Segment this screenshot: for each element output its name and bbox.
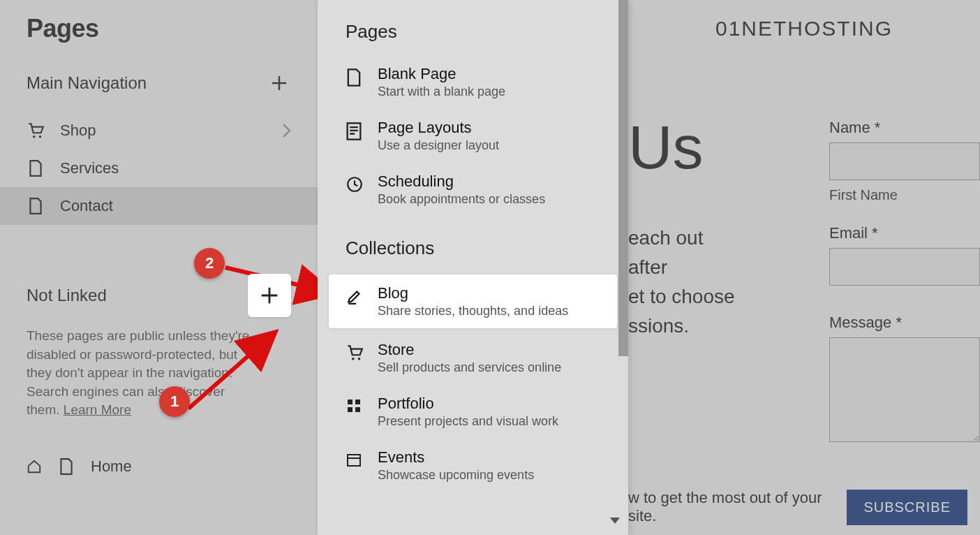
- popup-section-pages: Pages: [318, 0, 628, 55]
- page-icon: [27, 159, 45, 177]
- sidebar-title: Pages: [27, 14, 291, 43]
- popup-item-title: Blog: [378, 284, 568, 302]
- chevron-right-icon: [281, 124, 291, 138]
- popup-item-subtitle: Book appointments or classes: [378, 192, 545, 207]
- contact-form: Name * First Name Email * Message *: [829, 119, 980, 445]
- body-text-fragment: each out after et to choose ssions.: [628, 223, 735, 341]
- first-name-label: First Name: [829, 187, 980, 203]
- popup-item-subtitle: Sell products and services online: [378, 360, 561, 375]
- popup-item-title: Events: [378, 448, 534, 467]
- nav-item-contact[interactable]: Contact: [0, 187, 318, 225]
- plus-icon: [269, 73, 290, 94]
- site-brand: 01NETHOSTING: [628, 0, 980, 61]
- popup-item-subtitle: Present projects and visual work: [378, 414, 558, 429]
- svg-rect-6: [348, 400, 352, 404]
- nav-item-label: Home: [91, 457, 132, 476]
- svg-point-0: [33, 135, 35, 138]
- nav-item-label: Shop: [60, 122, 96, 140]
- nav-item-shop[interactable]: Shop: [0, 112, 318, 149]
- popup-item-subtitle: Use a designer layout: [378, 138, 499, 153]
- popup-item-page-layouts[interactable]: Page Layouts Use a designer layout: [318, 109, 628, 163]
- popup-item-portfolio[interactable]: Portfolio Present projects and visual wo…: [318, 385, 628, 439]
- popup-item-subtitle: Share stories, thoughts, and ideas: [378, 304, 568, 318]
- pages-sidebar: Pages Main Navigation Shop Services: [0, 0, 318, 535]
- email-input[interactable]: [829, 248, 980, 286]
- popup-section-collections: Collections: [318, 217, 628, 272]
- popup-item-subtitle: Start with a blank page: [378, 85, 505, 99]
- popup-item-title: Store: [378, 341, 561, 359]
- pen-icon: [346, 287, 364, 305]
- popup-item-title: Blank Page: [378, 65, 505, 83]
- cart-icon: [346, 344, 364, 362]
- nav-item-label: Services: [60, 159, 119, 177]
- svg-rect-7: [355, 400, 360, 404]
- popup-item-store[interactable]: Store Sell products and services online: [318, 331, 628, 385]
- add-main-nav-button[interactable]: [267, 71, 291, 95]
- popup-item-title: Page Layouts: [378, 119, 499, 137]
- message-label: Message *: [829, 314, 980, 332]
- page-icon: [346, 68, 364, 86]
- popup-item-subtitle: Showcase upcoming events: [378, 468, 534, 483]
- layout-icon: [346, 122, 364, 140]
- annotation-badge-2: 2: [194, 248, 225, 279]
- subscribe-button[interactable]: SUBSCRIBE: [847, 490, 967, 525]
- popup-item-scheduling[interactable]: Scheduling Book appointments or classes: [318, 163, 628, 217]
- calendar-icon: [346, 451, 364, 469]
- svg-rect-10: [348, 455, 360, 466]
- not-linked-item-home[interactable]: Home: [0, 448, 318, 485]
- grid-icon: [346, 397, 364, 416]
- plus-icon: [258, 284, 281, 307]
- svg-point-4: [352, 358, 354, 360]
- popup-item-title: Portfolio: [378, 395, 558, 413]
- svg-point-5: [358, 358, 360, 360]
- main-navigation-label: Main Navigation: [27, 73, 147, 93]
- email-label: Email *: [829, 224, 980, 242]
- marketing-banner-text: w to get the most out of your site.: [628, 489, 829, 525]
- scroll-down-icon[interactable]: [610, 518, 620, 524]
- svg-point-1: [39, 135, 41, 138]
- popup-scrollbar[interactable]: [618, 0, 628, 356]
- svg-rect-9: [355, 407, 360, 412]
- hero-text-fragment: Us: [628, 112, 704, 183]
- popup-item-events[interactable]: Events Showcase upcoming events: [318, 439, 628, 492]
- cart-icon: [27, 122, 45, 140]
- message-textarea[interactable]: [829, 337, 980, 442]
- add-not-linked-button[interactable]: [248, 274, 291, 317]
- name-input[interactable]: [829, 142, 980, 180]
- home-icon: [27, 459, 42, 474]
- nav-item-label: Contact: [60, 197, 113, 215]
- not-linked-label: Not Linked: [27, 286, 107, 305]
- page-icon: [27, 197, 45, 215]
- clock-icon: [346, 175, 364, 193]
- popup-item-title: Scheduling: [378, 173, 545, 191]
- svg-rect-8: [348, 407, 352, 412]
- nav-item-services[interactable]: Services: [0, 149, 318, 187]
- not-linked-description: These pages are public unless they're di…: [0, 317, 279, 420]
- add-page-popup: Pages Blank Page Start with a blank page…: [318, 0, 628, 535]
- popup-item-blank-page[interactable]: Blank Page Start with a blank page: [318, 55, 628, 109]
- popup-item-blog[interactable]: Blog Share stories, thoughts, and ideas: [329, 274, 617, 328]
- name-label: Name *: [829, 119, 980, 137]
- annotation-badge-1: 1: [159, 386, 190, 417]
- learn-more-link[interactable]: Learn More: [64, 402, 131, 417]
- page-icon: [57, 457, 75, 476]
